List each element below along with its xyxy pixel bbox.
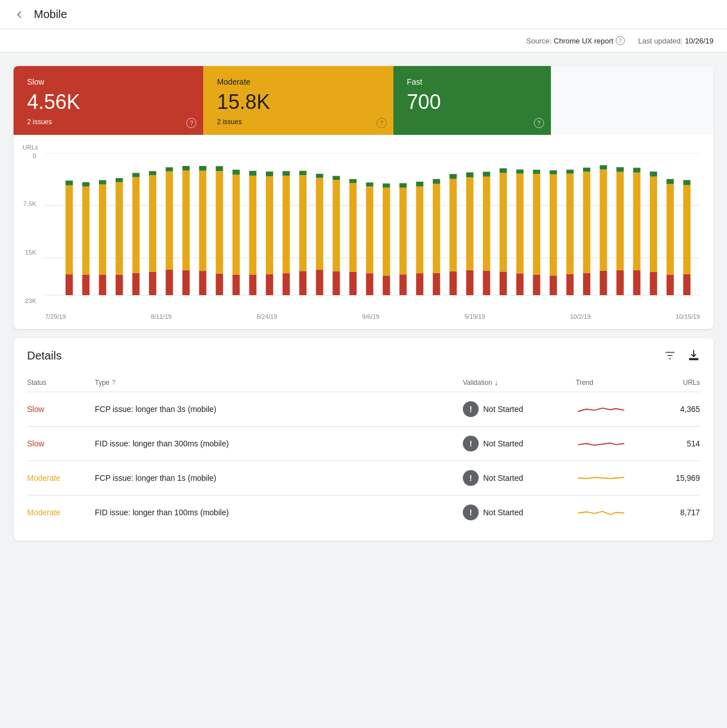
x-tick-1: 8/11/19	[151, 313, 172, 320]
details-header: Details	[27, 349, 700, 362]
svg-rect-68	[416, 186, 423, 273]
back-button[interactable]	[14, 9, 25, 20]
svg-rect-17	[132, 177, 139, 273]
svg-rect-53	[332, 179, 340, 271]
svg-rect-52	[332, 271, 340, 295]
y-tick-0: 23K	[25, 298, 36, 304]
svg-rect-31	[216, 273, 223, 295]
svg-rect-112	[667, 274, 674, 295]
type-help-icon[interactable]: ?	[112, 379, 116, 387]
svg-rect-110	[650, 176, 657, 271]
svg-rect-72	[433, 179, 440, 183]
svg-rect-76	[466, 270, 474, 295]
table-rows: Slow FCP issue: longer than 3s (mobile) …	[27, 392, 700, 529]
svg-rect-59	[366, 186, 373, 273]
svg-rect-21	[149, 171, 156, 175]
svg-rect-49	[316, 270, 323, 295]
svg-rect-61	[383, 275, 390, 295]
svg-rect-11	[99, 184, 106, 274]
y-tick-3: 0	[33, 153, 36, 159]
svg-rect-48	[299, 170, 306, 175]
not-started-icon: !	[463, 470, 479, 486]
col-urls: URLs	[655, 379, 700, 387]
svg-rect-90	[533, 169, 540, 173]
svg-rect-67	[416, 273, 423, 295]
svg-rect-63	[383, 183, 390, 187]
svg-rect-81	[483, 172, 490, 177]
svg-rect-55	[349, 272, 357, 295]
svg-rect-102	[600, 165, 607, 169]
filter-icon[interactable]	[664, 349, 676, 362]
svg-rect-44	[283, 176, 290, 273]
svg-rect-109	[650, 272, 657, 295]
svg-rect-42	[266, 172, 273, 177]
status-tiles: Slow 4.56K 2 issues ? Moderate 15.8K 2 i…	[14, 66, 713, 135]
trend-sparkline	[576, 505, 627, 520]
status-cell: Moderate	[27, 473, 95, 483]
svg-rect-114	[667, 179, 674, 184]
table-row: Slow FID issue: longer than 300ms (mobil…	[27, 427, 700, 461]
y-tick-1: 15K	[25, 249, 36, 256]
svg-rect-62	[383, 187, 390, 275]
svg-rect-43	[283, 273, 290, 295]
sort-arrow-icon: ↓	[494, 378, 498, 387]
not-started-text: Not Started	[483, 473, 523, 483]
svg-rect-83	[500, 173, 507, 271]
svg-rect-57	[349, 179, 357, 183]
svg-rect-73	[449, 271, 457, 295]
tile-spacer	[551, 66, 713, 135]
svg-rect-16	[132, 273, 139, 295]
trend-cell	[576, 401, 655, 417]
svg-rect-101	[600, 169, 607, 270]
trend-cell	[576, 505, 655, 520]
tile-slow-help-icon[interactable]: ?	[186, 118, 196, 128]
source-help-icon[interactable]: ?	[616, 36, 625, 45]
tile-fast-value: 700	[407, 91, 537, 113]
chart-card: Slow 4.56K 2 issues ? Moderate 15.8K 2 i…	[14, 66, 713, 329]
svg-rect-15	[116, 178, 123, 182]
details-card: Details	[14, 338, 713, 541]
x-tick-2: 8/24/19	[256, 313, 277, 320]
svg-rect-84	[500, 168, 507, 173]
tile-moderate-label: Moderate	[217, 77, 379, 86]
svg-rect-22	[166, 269, 173, 295]
x-tick-6: 10/15/19	[676, 313, 700, 320]
svg-rect-80	[483, 176, 490, 270]
svg-rect-4	[65, 274, 73, 295]
svg-rect-75	[449, 174, 457, 179]
download-icon[interactable]	[687, 349, 700, 362]
svg-rect-89	[533, 174, 540, 275]
chart-area: 7/29/19 8/11/19 8/24/19 9/6/19 9/19/19 1…	[45, 153, 700, 320]
trend-cell	[576, 470, 655, 486]
urls-cell: 8,717	[655, 508, 700, 517]
svg-rect-88	[533, 274, 540, 295]
svg-rect-94	[566, 274, 573, 295]
svg-rect-92	[550, 174, 557, 275]
table-row: Moderate FCP issue: longer than 1s (mobi…	[27, 461, 700, 495]
svg-rect-6	[65, 180, 73, 185]
table-row: Moderate FID issue: longer than 100ms (m…	[27, 495, 700, 529]
type-cell: FID issue: longer than 100ms (mobile)	[95, 508, 463, 517]
tile-fast-help-icon[interactable]: ?	[534, 118, 544, 128]
tile-slow-issues: 2 issues	[27, 118, 190, 126]
svg-rect-86	[516, 173, 524, 273]
svg-rect-108	[633, 168, 641, 172]
chart-svg	[45, 153, 700, 311]
svg-rect-40	[266, 274, 273, 295]
tile-moderate-help-icon[interactable]: ?	[376, 118, 387, 128]
svg-rect-46	[299, 271, 306, 295]
svg-rect-77	[466, 177, 474, 270]
svg-rect-71	[433, 183, 440, 273]
col-validation[interactable]: Validation ↓	[463, 378, 576, 387]
svg-rect-100	[600, 270, 607, 295]
svg-rect-117	[683, 180, 690, 185]
svg-rect-13	[116, 274, 123, 295]
tile-fast-label: Fast	[407, 77, 537, 86]
x-tick-3: 9/6/19	[362, 313, 380, 320]
not-started-icon: !	[463, 505, 479, 520]
tile-fast: Fast 700 ?	[393, 66, 551, 135]
svg-rect-105	[616, 167, 624, 172]
updated-label: Last updated: 10/26/19	[638, 37, 713, 45]
svg-rect-78	[466, 172, 474, 177]
updated-prefix: Last updated:	[638, 37, 683, 45]
